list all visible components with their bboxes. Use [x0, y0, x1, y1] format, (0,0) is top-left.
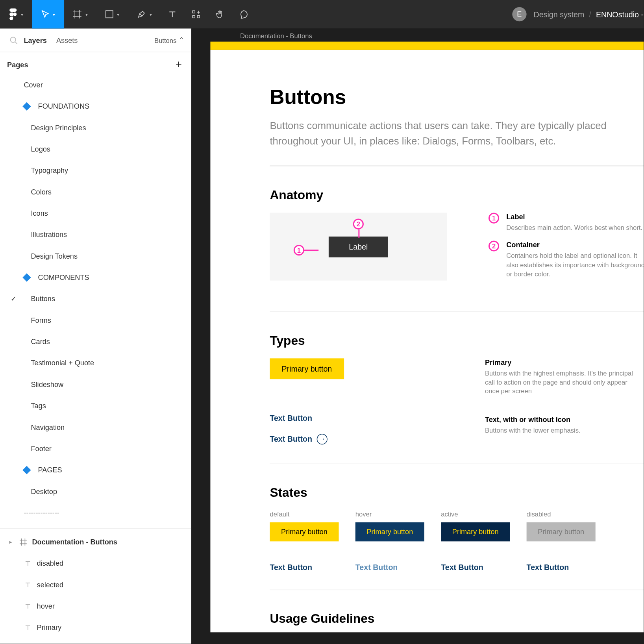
type-text-desc: Buttons with the lower emphasis.	[485, 426, 640, 435]
page-item-divider[interactable]: ---------------	[0, 502, 191, 524]
layer-text-disabled[interactable]: disabled	[0, 553, 191, 574]
layers-tab[interactable]: Layers	[24, 36, 46, 44]
pin-badge: 2	[489, 241, 499, 252]
layer-text-hover[interactable]: hover	[0, 596, 191, 617]
page-item-icons[interactable]: Icons	[0, 203, 191, 224]
svg-rect-0	[106, 11, 113, 18]
move-tool-button[interactable]: ▾	[32, 0, 65, 28]
caret-right-icon: ▸	[9, 539, 14, 545]
frame-icon	[19, 538, 27, 546]
search-icon[interactable]	[9, 36, 18, 44]
chevron-down-icon: ▾	[117, 11, 119, 17]
page-item-illustrations[interactable]: Illustrations	[0, 224, 191, 245]
left-sidebar: Layers Assets Buttons ⌃ Pages + Cover FO…	[0, 28, 191, 644]
divider	[270, 311, 644, 312]
type-text-title: Text, with or without icon	[485, 415, 644, 424]
layer-text-selected[interactable]: selected	[0, 574, 191, 595]
page-item-cards[interactable]: Cards	[0, 331, 191, 352]
page-section-components[interactable]: COMPONENTS	[0, 267, 191, 288]
anatomy-pin-2: 2	[353, 219, 364, 229]
page-item-navigation[interactable]: Navigation	[0, 416, 191, 438]
diamond-icon	[22, 273, 31, 281]
pin-connector	[304, 250, 318, 251]
chevron-down-icon: ▾	[53, 11, 55, 17]
page-item-footer[interactable]: Footer	[0, 438, 191, 459]
doc-subtitle: Buttons communicate actions that users c…	[270, 118, 638, 148]
chevron-down-icon: ▾	[85, 11, 88, 17]
state-label-default: default	[270, 511, 353, 518]
page-item-typography[interactable]: Typography	[0, 160, 191, 181]
file-path[interactable]: Design system / ENNOstudio -	[534, 10, 644, 19]
figma-menu-button[interactable]: ▾	[0, 0, 32, 28]
arrow-right-icon: →	[317, 433, 328, 444]
states-heading: States	[270, 486, 644, 500]
page-item-slideshow[interactable]: Slideshow	[0, 374, 191, 395]
frame-tool-button[interactable]: ▾	[64, 0, 96, 28]
doc-header-strip	[210, 42, 644, 50]
anatomy-sample-button: Label	[329, 236, 388, 257]
state-label-hover: hover	[355, 511, 439, 518]
shape-tool-button[interactable]: ▾	[96, 0, 129, 28]
pin-connector	[358, 229, 359, 238]
page-item-design-tokens[interactable]: Design Tokens	[0, 246, 191, 267]
page-item-forms[interactable]: Forms	[0, 310, 191, 331]
divider	[270, 165, 644, 167]
page-item-testimonial-quote[interactable]: Testimonial + Quote	[0, 352, 191, 374]
text-icon	[168, 10, 176, 19]
page-item-cover[interactable]: Cover	[0, 74, 191, 96]
page-item-logos[interactable]: Logos	[0, 139, 191, 160]
hand-tool-button[interactable]	[208, 0, 231, 28]
type-primary-desc: Buttons with the highest emphasis. It's …	[485, 369, 640, 396]
comment-icon	[239, 9, 248, 19]
divider	[270, 590, 644, 590]
anatomy-legend-2: 2 Container Containers hold the label an…	[489, 241, 644, 279]
frame-icon	[72, 9, 82, 19]
primary-button-sample: Primary button	[270, 358, 344, 379]
state-primary-hover: Primary button	[355, 522, 424, 541]
chevron-down-icon: ▾	[150, 11, 152, 17]
anatomy-heading: Anatomy	[270, 188, 644, 202]
types-heading: Types	[270, 333, 644, 347]
legend-desc: Describes main action. Works best when s…	[506, 224, 642, 233]
page-item-desktop[interactable]: Desktop	[0, 481, 191, 502]
state-primary-disabled: Primary button	[527, 522, 596, 541]
canvas[interactable]: Documentation - Buttons Buttons Buttons …	[191, 28, 644, 644]
page-item-design-principles[interactable]: Design Principles	[0, 117, 191, 138]
rectangle-icon	[105, 10, 113, 19]
chevron-down-icon: ▾	[21, 11, 23, 17]
legend-title: Label	[506, 213, 642, 221]
state-label-active: active	[441, 511, 524, 518]
add-page-button[interactable]: +	[176, 58, 182, 71]
state-primary-active: Primary button	[441, 522, 510, 541]
layer-text-primary[interactable]: Primary	[0, 617, 191, 638]
layer-frame-documentation-buttons[interactable]: ▸ Documentation - Buttons	[0, 531, 191, 553]
hand-icon	[215, 9, 225, 19]
page-item-buttons[interactable]: ✓Buttons	[0, 288, 191, 309]
svg-point-4	[10, 37, 16, 43]
diamond-icon	[22, 466, 31, 474]
page-section-foundations[interactable]: FOUNDATIONS	[0, 96, 191, 117]
svg-rect-3	[197, 15, 200, 18]
assets-tab[interactable]: Assets	[56, 36, 78, 44]
page-section-pages[interactable]: PAGES	[0, 459, 191, 481]
text-layer-icon	[24, 624, 32, 632]
page-dropdown[interactable]: Buttons ⌃	[154, 36, 184, 44]
anatomy-preview: Label 1 2	[270, 213, 447, 280]
text-tool-button[interactable]	[161, 0, 184, 28]
pen-tool-button[interactable]: ▾	[128, 0, 161, 28]
canvas-frame-label[interactable]: Documentation - Buttons	[210, 28, 644, 41]
state-label-disabled: disabled	[527, 511, 610, 518]
state-text-disabled: Text Button	[527, 563, 610, 572]
topbar: ▾ ▾ ▾ ▾ ▾ E De	[0, 0, 644, 28]
resources-button[interactable]	[184, 0, 208, 28]
doc-page: Buttons Buttons communicate actions that…	[210, 50, 644, 633]
text-layer-icon	[24, 602, 32, 610]
divider	[270, 464, 644, 464]
page-item-colors[interactable]: Colors	[0, 181, 191, 202]
text-button-sample: Text Button	[270, 413, 312, 422]
svg-rect-2	[192, 15, 195, 18]
page-item-tags[interactable]: Tags	[0, 395, 191, 416]
usage-heading: Usage Guidelines	[270, 612, 644, 626]
user-avatar[interactable]: E	[512, 7, 526, 21]
comment-tool-button[interactable]	[232, 0, 255, 28]
